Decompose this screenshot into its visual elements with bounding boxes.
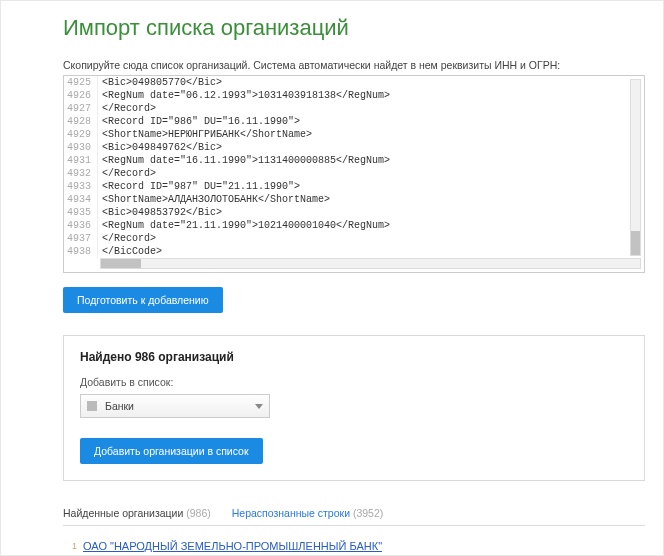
result-list: 1 ОАО "НАРОДНЫЙ ЗЕМЕЛЬНО-ПРОМЫШЛЕННЫЙ БА…: [63, 536, 645, 556]
results-panel: Найдено 986 организаций Добавить в списо…: [63, 335, 645, 481]
add-organizations-button[interactable]: Добавить организации в список: [80, 438, 263, 464]
line-number: 4925: [64, 76, 98, 89]
code-text: <RegNum date="21.11.1990">1021400001040<…: [98, 219, 390, 232]
prepare-button[interactable]: Подготовить к добавлению: [63, 287, 223, 313]
code-line: 4934<ShortName>АЛДАНЗОЛОТОБАНК</ShortNam…: [64, 193, 644, 206]
code-text: <Record ID="986" DU="16.11.1990">: [98, 115, 300, 128]
code-line: 4926<RegNum date="06.12.1993">1031403918…: [64, 89, 644, 102]
line-number: 4926: [64, 89, 98, 102]
code-text: </BicCode>: [98, 245, 162, 258]
code-text: </Record>: [98, 167, 156, 180]
tab-count: (986): [186, 507, 211, 519]
line-number: 4928: [64, 115, 98, 128]
code-text: <Bic>049853792</Bic>: [98, 206, 222, 219]
code-line: 4932</Record>: [64, 167, 644, 180]
panel-title: Найдено 986 организаций: [80, 350, 628, 364]
code-text: <RegNum date="16.11.1990">1131400000885<…: [98, 154, 390, 167]
line-number: 4927: [64, 102, 98, 115]
code-line: 4936<RegNum date="21.11.1990">1021400001…: [64, 219, 644, 232]
code-line: 4927</Record>: [64, 102, 644, 115]
horizontal-scrollbar[interactable]: [100, 258, 641, 269]
tab-found[interactable]: Найденные организации (986): [63, 507, 211, 519]
code-textarea[interactable]: 4925<Bic>049805770</Bic>4926<RegNum date…: [63, 75, 645, 273]
line-number: 4938: [64, 245, 98, 258]
list-icon: [87, 401, 97, 411]
line-number: 4932: [64, 167, 98, 180]
code-text: <Record ID="987" DU="21.11.1990">: [98, 180, 300, 193]
line-number: 4934: [64, 193, 98, 206]
tab-count: (3952): [353, 507, 383, 519]
code-line: 4930<Bic>049849762</Bic>: [64, 141, 644, 154]
page-title: Импорт списка организаций: [63, 15, 655, 41]
vertical-scrollbar[interactable]: [630, 79, 641, 256]
tab-label: Найденные организации: [63, 507, 183, 519]
chevron-down-icon: [255, 404, 263, 409]
code-text: <Bic>049849762</Bic>: [98, 141, 222, 154]
result-number: 1: [63, 540, 77, 556]
code-line: 4929<ShortName>НЕРЮНГРИБАНК</ShortName>: [64, 128, 644, 141]
line-number: 4937: [64, 232, 98, 245]
line-number: 4930: [64, 141, 98, 154]
code-text: </Record>: [98, 232, 156, 245]
tab-unrecognized[interactable]: Нераспознанные строки (3952): [232, 507, 384, 519]
code-line: 4938</BicCode>: [64, 245, 644, 258]
line-number: 4935: [64, 206, 98, 219]
select-value: Банки: [105, 400, 134, 412]
code-text: <RegNum date="06.12.1993">1031403918138<…: [98, 89, 390, 102]
code-text: <Bic>049805770</Bic>: [98, 76, 222, 89]
code-text: </Record>: [98, 102, 156, 115]
scrollbar-thumb[interactable]: [631, 231, 640, 255]
code-line: 4931<RegNum date="16.11.1990">1131400000…: [64, 154, 644, 167]
list-select[interactable]: Банки: [80, 394, 270, 418]
line-number: 4936: [64, 219, 98, 232]
instruction-text: Скопируйте сюда список организаций. Сист…: [63, 59, 655, 71]
line-number: 4929: [64, 128, 98, 141]
scrollbar-thumb[interactable]: [101, 259, 141, 268]
code-line: 4937</Record>: [64, 232, 644, 245]
tab-label: Нераспознанные строки: [232, 507, 350, 519]
code-line: 4925<Bic>049805770</Bic>: [64, 76, 644, 89]
code-line: 4935<Bic>049853792</Bic>: [64, 206, 644, 219]
code-text: <ShortName>АЛДАНЗОЛОТОБАНК</ShortName>: [98, 193, 330, 206]
line-number: 4933: [64, 180, 98, 193]
add-to-list-label: Добавить в список:: [80, 376, 628, 388]
code-line: 4933<Record ID="987" DU="21.11.1990">: [64, 180, 644, 193]
result-title-link[interactable]: ОАО "НАРОДНЫЙ ЗЕМЕЛЬНО-ПРОМЫШЛЕННЫЙ БАНК…: [83, 540, 645, 552]
tabs: Найденные организации (986) Нераспознанн…: [63, 507, 645, 526]
code-text: <ShortName>НЕРЮНГРИБАНК</ShortName>: [98, 128, 312, 141]
result-item: 1 ОАО "НАРОДНЫЙ ЗЕМЕЛЬНО-ПРОМЫШЛЕННЫЙ БА…: [63, 536, 645, 556]
code-line: 4928<Record ID="986" DU="16.11.1990">: [64, 115, 644, 128]
line-number: 4931: [64, 154, 98, 167]
